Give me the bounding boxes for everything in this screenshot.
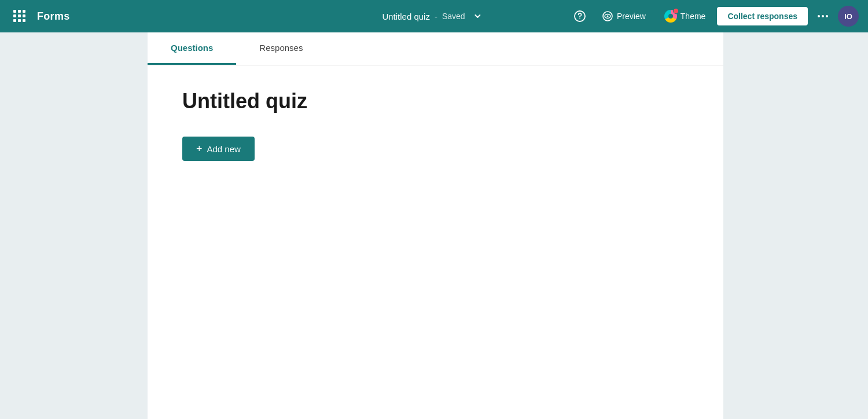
more-dots-icon bbox=[818, 15, 828, 17]
brand-name: Forms bbox=[37, 10, 70, 23]
preview-label: Preview bbox=[617, 12, 646, 21]
right-sidebar bbox=[723, 65, 868, 419]
theme-button[interactable]: Theme bbox=[657, 6, 713, 26]
preview-button[interactable]: Preview bbox=[595, 7, 653, 25]
title-separator: - bbox=[435, 12, 437, 21]
content-area: Untitled quiz + Add new bbox=[148, 65, 723, 419]
tab-right-spacer bbox=[723, 32, 868, 65]
plus-icon: + bbox=[196, 144, 203, 154]
add-new-button[interactable]: + Add new bbox=[182, 137, 255, 161]
svg-point-1 bbox=[579, 18, 580, 19]
left-sidebar bbox=[0, 65, 148, 419]
title-dropdown-button[interactable] bbox=[470, 8, 486, 24]
theme-label: Theme bbox=[681, 12, 706, 21]
tab-responses[interactable]: Responses bbox=[236, 32, 326, 65]
save-status: Saved bbox=[442, 12, 465, 21]
topbar-right: Preview Theme Collect responses IO bbox=[569, 6, 859, 27]
theme-badge bbox=[673, 8, 679, 14]
tabbar: Questions Responses bbox=[148, 32, 723, 65]
topbar: Forms Untitled quiz - Saved Preview bbox=[0, 0, 868, 32]
topbar-left: Forms bbox=[9, 6, 70, 27]
add-new-label: Add new bbox=[207, 144, 241, 154]
avatar-initials: IO bbox=[844, 12, 852, 21]
help-button[interactable] bbox=[569, 6, 590, 27]
tab-questions[interactable]: Questions bbox=[148, 32, 236, 65]
tabbar-row: Questions Responses bbox=[0, 32, 868, 65]
collect-responses-button[interactable]: Collect responses bbox=[717, 7, 808, 25]
svg-point-4 bbox=[607, 16, 609, 17]
apps-grid-icon[interactable] bbox=[9, 6, 30, 27]
tab-left-spacer bbox=[0, 32, 148, 65]
more-options-button[interactable] bbox=[812, 6, 833, 27]
topbar-center: Untitled quiz - Saved bbox=[382, 8, 486, 24]
quiz-title-heading: Untitled quiz bbox=[182, 89, 689, 113]
user-avatar[interactable]: IO bbox=[838, 6, 859, 27]
form-title: Untitled quiz bbox=[382, 12, 430, 21]
main-layout: Untitled quiz + Add new bbox=[0, 65, 868, 419]
